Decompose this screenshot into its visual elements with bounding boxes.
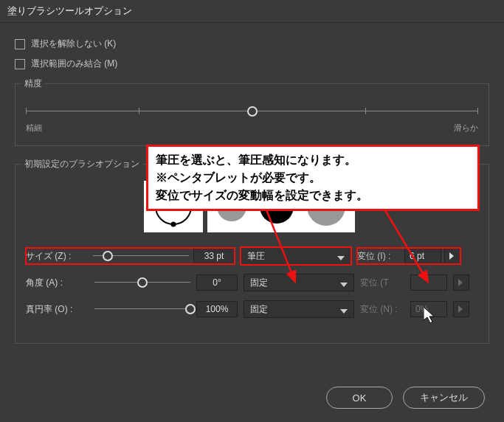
- roundness-variation-expand: [453, 301, 469, 317]
- checkbox-keep-selection[interactable]: 選択を解除しない (K): [15, 38, 489, 50]
- annotation-line: 変位でサイズの変動幅を設定できます。: [156, 187, 470, 204]
- svg-marker-9: [340, 309, 348, 314]
- angle-mode-select[interactable]: 固定: [244, 274, 354, 291]
- dialog-footer: OK キャンセル: [326, 387, 485, 409]
- checkbox-icon: [15, 39, 25, 49]
- size-variation-value[interactable]: 6 pt: [404, 248, 441, 264]
- svg-point-4: [171, 222, 176, 227]
- roundness-slider[interactable]: [94, 304, 190, 314]
- angle-slider[interactable]: [94, 277, 190, 288]
- size-mode-value: 筆圧: [247, 250, 265, 263]
- angle-mode-value: 固定: [250, 277, 268, 289]
- annotation-callout: 筆圧を選ぶと、筆圧感知になります。 ※ペンタブレットが必要です。 変位でサイズの…: [146, 145, 480, 211]
- chevron-down-icon: [340, 280, 348, 291]
- size-variation-expand[interactable]: [444, 248, 460, 264]
- cancel-button[interactable]: キャンセル: [403, 387, 485, 409]
- size-slider[interactable]: [93, 251, 189, 261]
- precision-group: 精度 精細 滑らか: [15, 83, 489, 146]
- ok-button[interactable]: OK: [326, 387, 393, 409]
- roundness-label: 真円率 (O) :: [26, 303, 89, 316]
- svg-marker-10: [458, 305, 463, 313]
- brush-options-legend: 初期設定のブラシオプション: [21, 158, 142, 170]
- precision-max-label: 滑らか: [454, 122, 478, 134]
- dialog-title: 塗りブラシツールオプション: [0, 0, 504, 23]
- size-value[interactable]: 33 pt: [193, 248, 235, 264]
- size-variation-label: 変位 (I) :: [357, 250, 401, 263]
- checkbox-merge-selection-only[interactable]: 選択範囲のみ結合 (M): [15, 58, 489, 70]
- roundness-value[interactable]: 100%: [196, 301, 238, 317]
- annotation-line: 筆圧を選ぶと、筆圧感知になります。: [156, 151, 470, 169]
- roundness-mode-value: 固定: [250, 303, 268, 316]
- angle-variation-expand: [453, 274, 469, 291]
- roundness-variation-label: 変位 (N) :: [360, 303, 404, 316]
- precision-legend: 精度: [21, 77, 45, 90]
- size-label: サイズ (Z) :: [26, 250, 89, 263]
- precision-slider[interactable]: [26, 106, 478, 117]
- svg-marker-6: [449, 252, 454, 260]
- roundness-mode-select[interactable]: 固定: [244, 300, 354, 318]
- svg-marker-5: [337, 256, 345, 260]
- chevron-down-icon: [340, 307, 348, 317]
- angle-variation-label: 変位 (T: [360, 277, 404, 289]
- roundness-variation-value: 0%: [410, 301, 447, 317]
- precision-min-label: 精細: [26, 122, 42, 134]
- svg-marker-8: [458, 279, 463, 286]
- angle-variation-value: [410, 274, 447, 291]
- angle-value[interactable]: 0°: [196, 274, 238, 291]
- chevron-down-icon: [337, 254, 345, 264]
- checkbox-icon: [15, 59, 25, 69]
- svg-marker-7: [340, 283, 348, 287]
- annotation-line: ※ペンタブレットが必要です。: [156, 169, 470, 187]
- angle-label: 角度 (A) :: [26, 277, 89, 289]
- size-mode-select[interactable]: 筆圧: [241, 247, 351, 265]
- checkbox-label: 選択を解除しない (K): [31, 38, 116, 50]
- checkbox-label: 選択範囲のみ結合 (M): [31, 58, 117, 70]
